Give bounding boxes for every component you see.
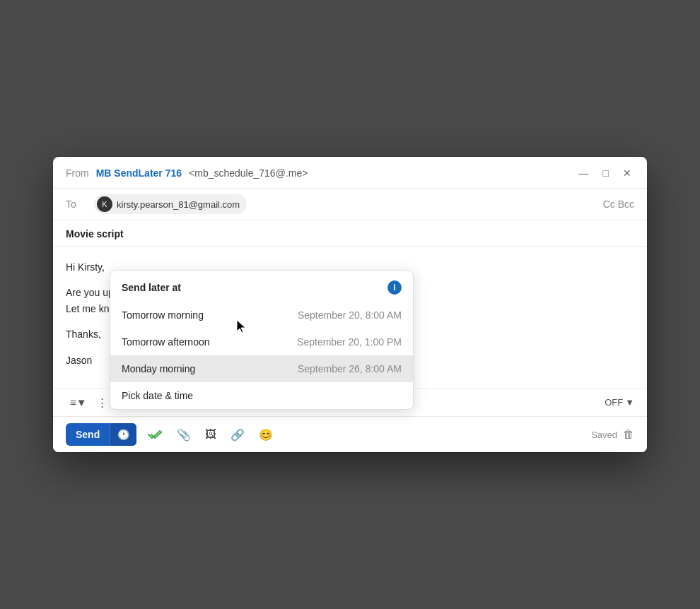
- close-button[interactable]: ✕: [620, 167, 634, 179]
- send-later-header: Send later at i: [110, 271, 413, 302]
- to-label: To: [66, 199, 87, 210]
- mouse-cursor: [235, 319, 250, 336]
- image-icon[interactable]: 🖼: [200, 424, 221, 445]
- from-section: From MB SendLater 716 <mb_schedule_716@.…: [66, 167, 308, 179]
- from-name: MB SendLater 716: [96, 167, 182, 179]
- send-clock-icon[interactable]: 🕐: [110, 423, 136, 446]
- pick-date-time-option[interactable]: Pick date & time: [110, 382, 413, 409]
- avatar: K: [97, 196, 112, 212]
- from-label: From: [66, 167, 89, 179]
- emoji-icon[interactable]: 😊: [254, 424, 278, 446]
- tomorrow-afternoon-option[interactable]: Tomorrow afternoon September 20, 1:00 PM: [110, 329, 413, 355]
- from-email: <mb_schedule_716@.me>: [189, 167, 308, 179]
- to-row: To K kirsty.pearson_81@gmail.com Cc Bcc: [53, 189, 647, 220]
- send-later-panel: Send later at i Tomorrow morning Septemb…: [110, 270, 414, 410]
- saved-label: Saved: [591, 430, 617, 440]
- check-button[interactable]: [141, 422, 168, 447]
- double-check-icon: [146, 427, 162, 442]
- bottom-toolbar: Send 🕐 📎 🖼 🔗 😊 Saved 🗑: [53, 416, 647, 452]
- recipient-chip[interactable]: K kirsty.pearson_81@gmail.com: [94, 194, 247, 214]
- off-toggle[interactable]: OFF ▼: [605, 397, 634, 408]
- compose-window: From MB SendLater 716 <mb_schedule_716@.…: [53, 157, 647, 452]
- window-controls: — □ ✕: [576, 167, 634, 179]
- off-chevron: ▼: [625, 397, 634, 408]
- tomorrow-morning-option[interactable]: Tomorrow morning September 20, 8:00 AM: [110, 302, 413, 329]
- minimize-button[interactable]: —: [576, 167, 592, 179]
- off-label-text: OFF: [605, 397, 623, 408]
- cc-bcc-button[interactable]: Cc Bcc: [603, 199, 634, 210]
- title-bar: From MB SendLater 716 <mb_schedule_716@.…: [53, 157, 647, 189]
- subject-row: Movie script: [53, 220, 647, 247]
- send-button-label: Send: [66, 423, 110, 446]
- maximize-button[interactable]: □: [600, 167, 612, 179]
- recipient-email: kirsty.pearson_81@gmail.com: [117, 199, 240, 210]
- link-icon[interactable]: 🔗: [226, 424, 250, 446]
- delete-icon[interactable]: 🗑: [623, 428, 634, 441]
- toolbar-right: Saved 🗑: [591, 428, 634, 441]
- send-button[interactable]: Send 🕐: [66, 423, 136, 446]
- monday-morning-option[interactable]: Monday morning September 26, 8:00 AM: [110, 355, 413, 382]
- send-later-title: Send later at: [122, 282, 181, 293]
- bullet-list-button[interactable]: ⋮: [93, 394, 112, 412]
- attachment-icon[interactable]: 📎: [172, 424, 196, 446]
- align-button[interactable]: ≡▼: [66, 394, 91, 411]
- info-icon[interactable]: i: [387, 280, 402, 295]
- subject-field[interactable]: Movie script: [66, 228, 124, 240]
